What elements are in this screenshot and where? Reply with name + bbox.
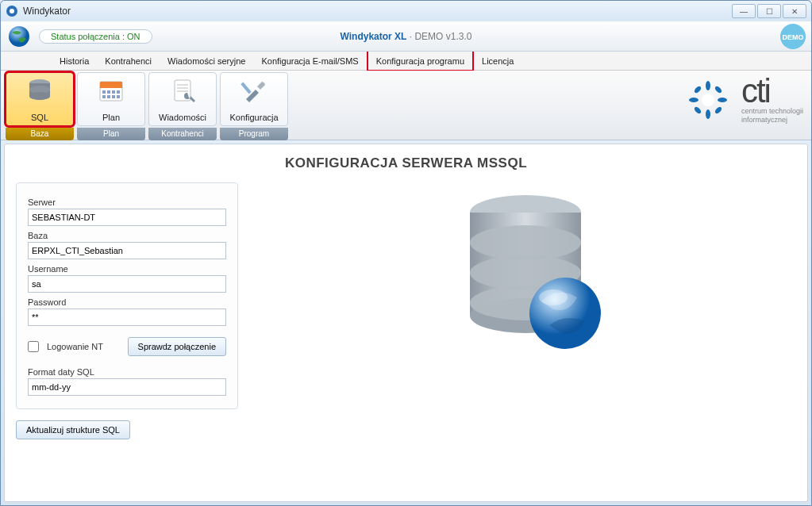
sql-config-panel: Serwer Baza Username Password Logowanie …: [16, 182, 238, 409]
svg-point-31: [714, 105, 722, 114]
svg-point-1: [10, 9, 14, 13]
ribbon-group-plan: Plan Plan: [77, 72, 145, 140]
user-input[interactable]: [28, 275, 226, 293]
tools-icon: [240, 77, 268, 105]
svg-point-23: [702, 94, 714, 106]
ribbon-footer-plan: Plan: [77, 128, 145, 140]
server-label: Serwer: [28, 197, 226, 207]
user-label: Username: [28, 264, 226, 274]
ribbon-konfiguracja-button[interactable]: Konfiguracja: [220, 72, 288, 126]
svg-point-27: [718, 98, 727, 102]
menu-historia[interactable]: Historia: [52, 52, 97, 70]
connection-status: Status połączenia : ON: [39, 29, 152, 44]
svg-point-38: [529, 278, 601, 349]
content-area: KONFIGURACJA SERWERA MSSQL Serwer Baza U…: [4, 144, 808, 502]
sunburst-icon: [686, 78, 730, 122]
svg-point-28: [693, 85, 702, 94]
menu-wiadomosci[interactable]: Wiadomości seryjne: [160, 52, 253, 70]
db-input[interactable]: [28, 242, 226, 259]
svg-rect-16: [112, 95, 115, 98]
ribbon-group-kontrahenci: Wiadomości Kontrahenci: [148, 72, 217, 140]
ribbon: SQL Baza Plan Plan: [1, 71, 811, 140]
database-icon: [25, 77, 54, 105]
pass-label: Password: [28, 297, 226, 307]
datefmt-label: Format daty SQL: [28, 367, 226, 377]
menubar: Historia Kontrahenci Wiadomości seryjne …: [1, 52, 811, 71]
titlebar: Windykator — ☐ ✕: [1, 1, 811, 21]
update-structure-button[interactable]: Aktualizuj strukture SQL: [16, 420, 130, 439]
minimize-button[interactable]: —: [732, 4, 756, 18]
ribbon-group-baza: SQL Baza: [6, 72, 74, 140]
svg-rect-15: [107, 95, 110, 98]
svg-point-26: [689, 98, 698, 102]
menu-konfig-program[interactable]: Konfiguracja programu: [367, 50, 474, 71]
svg-text:DEMO: DEMO: [783, 33, 804, 41]
menu-licencja[interactable]: Licencja: [474, 52, 521, 70]
ribbon-footer-baza: Baza: [6, 128, 74, 140]
ribbon-plan-button[interactable]: Plan: [77, 72, 145, 126]
app-window: Windykator — ☐ ✕ Status połączenia : ON …: [0, 0, 812, 506]
ribbon-wiadomosci-button[interactable]: Wiadomości: [148, 72, 217, 126]
menu-konfig-email[interactable]: Konfiguracja E-mail/SMS: [253, 52, 366, 70]
server-illustration: [270, 182, 796, 357]
ribbon-group-program: Konfiguracja Program: [220, 72, 288, 140]
test-connection-button[interactable]: Sprawdz połączenie: [128, 337, 226, 356]
svg-rect-13: [117, 90, 120, 94]
server-input[interactable]: [28, 209, 226, 226]
svg-rect-12: [112, 90, 115, 94]
section-title: KONFIGURACJA SERWERA MSSQL: [16, 155, 796, 171]
svg-rect-17: [117, 95, 120, 98]
svg-rect-11: [107, 90, 110, 94]
globe-icon: [7, 25, 31, 48]
maximize-button[interactable]: ☐: [757, 4, 781, 18]
svg-point-39: [539, 289, 568, 305]
wrench-page-icon: [168, 77, 197, 105]
svg-point-30: [693, 105, 702, 114]
svg-point-35: [470, 225, 581, 260]
menu-kontrahenci[interactable]: Kontrahenci: [97, 52, 160, 70]
ribbon-footer-kontrahenci: Kontrahenci: [148, 128, 217, 140]
svg-rect-9: [100, 82, 122, 88]
svg-point-24: [706, 81, 710, 90]
brand-logo: cti centrum technologii informatycznej: [686, 75, 803, 125]
svg-rect-14: [102, 95, 106, 98]
svg-rect-10: [102, 90, 106, 94]
nt-login-label: Logowanie NT: [47, 342, 120, 351]
brand-sub1: centrum technologii: [741, 107, 803, 116]
app-icon: [6, 5, 18, 17]
close-button[interactable]: ✕: [783, 4, 806, 18]
pass-input[interactable]: [28, 309, 226, 326]
app-title: Windykator XL · DEMO v1.3.0: [341, 31, 472, 42]
db-label: Baza: [28, 231, 226, 240]
ribbon-footer-program: Program: [220, 128, 288, 140]
header-strip: Status połączenia : ON Windykator XL · D…: [1, 21, 811, 52]
svg-point-29: [714, 85, 722, 94]
svg-rect-22: [241, 82, 251, 94]
nt-login-checkbox[interactable]: [28, 341, 39, 352]
demo-badge-icon: DEMO: [779, 23, 806, 50]
calendar-icon: [97, 77, 125, 105]
datefmt-input[interactable]: [28, 378, 226, 396]
svg-point-7: [29, 92, 50, 100]
svg-point-25: [706, 109, 710, 119]
window-title: Windykator: [23, 6, 71, 17]
svg-point-2: [9, 26, 29, 47]
brand-sub2: informatycznej: [741, 116, 787, 125]
ribbon-sql-button[interactable]: SQL: [6, 72, 74, 126]
brand-text: cti: [741, 75, 770, 107]
